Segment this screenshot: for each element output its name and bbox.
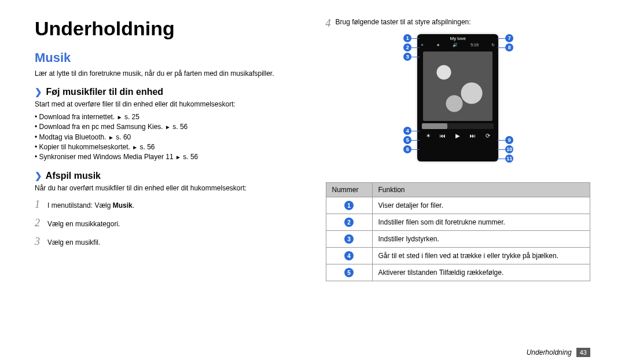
table-row: 1Viser detaljer for filer. [326,197,590,214]
triangle-ref-icon: ► [165,124,171,130]
leader-line [411,140,420,141]
bullet-list: Download fra internettet. ► s. 25 Downlo… [35,112,300,163]
leader-line [497,140,505,141]
leader-line [411,57,420,57]
list-item: Synkroniser med Windows Media Player 11 … [35,152,300,162]
subheading-add-files: ❯ Føj musikfiler til din enhed [35,87,300,97]
row-badge: 3 [344,234,354,244]
callout-3: 3 [403,53,411,61]
list-item: Kopier til hukommelseskortet. ► s. 56 [35,142,300,152]
list-icon: ≡ [421,43,423,47]
step-number: 4 [326,17,331,30]
row-func: Aktiverer tilstanden Tilfældig rækkefølg… [372,264,590,281]
col-header-number: Nummer [326,183,372,197]
leader-line [411,149,420,150]
table-row: 2Indstiller filen som dit foretrukne num… [326,214,590,231]
leader-line [411,47,420,48]
album-art [423,52,492,121]
list-item: Download fra en pc med Samsung Kies. ► s… [35,122,300,132]
leader-line [411,131,420,131]
chevron-icon: ❯ [35,87,42,97]
shuffle-icon: ✶ [426,133,431,139]
page-number: 43 [576,348,590,357]
song-title: My love [417,34,498,41]
row-badge: 1 [344,201,354,210]
track-duration: 5:19 [470,43,479,47]
step-number: 3 [35,234,43,249]
function-table: Nummer Funktion 1Viser detaljer for file… [326,182,591,281]
leader-line [411,38,420,39]
triangle-ref-icon: ► [108,134,114,141]
row-func: Går til et sted i filen ved at trække i … [372,248,590,264]
prev-icon: ⏮ [440,133,446,139]
callout-8: 8 [505,43,513,52]
table-row: 3Indstiller lydstyrken. [326,231,590,248]
row-badge: 2 [344,218,354,227]
step-item: 2Vælg en musikkategori. [35,215,300,230]
callout-11: 11 [505,155,513,163]
leader-line [497,149,505,150]
play-intro: Når du har overført musikfiler til din e… [35,183,300,193]
step-item: 3Vælg en musikfil. [35,234,300,249]
callout-7: 7 [505,34,513,42]
step-item: 1I menutilstand: Vælg Musik. [35,197,300,212]
row-func: Indstiller lydstyrken. [372,231,590,248]
play-icon: ▶ [455,133,460,139]
step4-text: Brug følgende taster til at styre afspil… [336,17,471,27]
leader-line [497,159,505,159]
list-item: Modtag via Bluetooth. ► s. 60 [35,133,300,142]
loop-icon: ⟳ [486,133,490,139]
phone-mockup: My love ≡ ★ 🔊 5:19 ↻ ✶ ⏮ ▶ ⏭ [417,34,498,161]
leader-line [497,38,505,39]
callout-5: 5 [403,136,411,144]
repeat-icon: ↻ [491,43,495,47]
chevron-icon: ❯ [35,171,42,181]
callout-10: 10 [505,145,513,153]
step-list: 1I menutilstand: Vælg Musik. 2Vælg en mu… [35,197,300,249]
callout-6: 6 [403,145,411,153]
player-diagram: My love ≡ ★ 🔊 5:19 ↻ ✶ ⏮ ▶ ⏭ [371,34,545,173]
triangle-ref-icon: ► [117,114,123,120]
row-badge: 4 [344,251,354,260]
next-icon: ⏭ [470,133,476,139]
section-heading-musik: Musik [35,50,300,65]
list-item: Download fra internettet. ► s. 25 [35,112,300,122]
callout-9: 9 [505,136,513,144]
row-badge: 5 [344,268,354,277]
page-footer: Underholdning 43 [527,348,590,357]
callout-4: 4 [403,127,411,135]
callout-2: 2 [403,43,411,52]
page-title: Underholdning [35,17,300,40]
subheading-play-music: ❯ Afspil musik [35,171,300,181]
row-func: Indstiller filen som dit foretrukne numm… [372,214,590,231]
star-icon: ★ [436,43,440,47]
step-number: 1 [35,197,43,212]
callout-1: 1 [403,34,411,42]
footer-label: Underholdning [527,348,572,356]
speaker-icon: 🔊 [453,43,458,47]
col-header-function: Funktion [372,183,590,197]
intro-text: Lær at lytte til din foretrukne musik, n… [35,69,300,79]
leader-line [497,47,505,48]
row-func: Viser detaljer for filer. [372,197,590,214]
progress-bar [422,123,494,129]
table-row: 4Går til et sted i filen ved at trække i… [326,248,590,264]
triangle-ref-icon: ► [175,154,181,160]
step-number: 2 [35,215,43,230]
table-row: 5Aktiverer tilstanden Tilfældig rækkeføl… [326,264,590,281]
triangle-ref-icon: ► [132,144,138,150]
add-intro: Start med at overføre filer til din enhe… [35,100,300,109]
